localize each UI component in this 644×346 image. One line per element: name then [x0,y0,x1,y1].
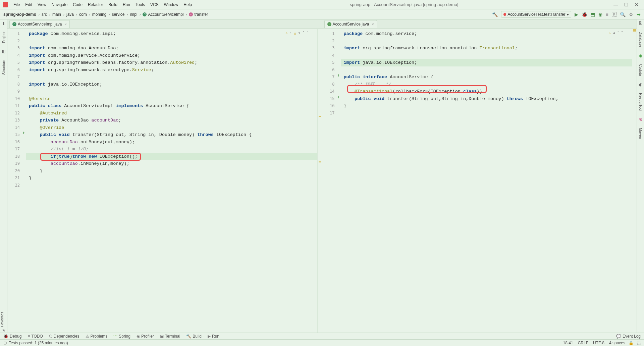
status-message: Tests passed: 1 (25 minutes ago) [9,341,68,345]
crumb-main[interactable]: main [52,12,61,17]
structure-icon[interactable]: ◧ [2,49,5,54]
menu-window[interactable]: Window [161,1,181,8]
crumb-root[interactable]: spring-aop-demo [3,12,36,17]
terminal-tool[interactable]: ▣Terminal [160,334,180,339]
menu-help[interactable]: Help [181,1,195,8]
menu-build[interactable]: Build [106,1,120,8]
right-editor-body[interactable]: 1234567814151617 ⬇ ⬇ package com.moming.… [322,29,637,333]
problems-icon: ⚠ [86,334,89,339]
profiler-tool[interactable]: ◉Profiler [137,334,154,339]
crumb-java[interactable]: java [66,12,74,17]
prev-problem-icon[interactable]: ˄ [303,31,305,35]
maven-tool[interactable]: Maven [639,128,643,139]
crumb-src[interactable]: src [42,12,47,17]
editor-area: C AccountServiceImpl.java × 123456789101… [7,19,637,333]
run-tool[interactable]: ▶Run [208,334,219,339]
line-separator[interactable]: CRLF [578,341,588,345]
close-icon[interactable]: ✕ [635,2,639,7]
debug-tool[interactable]: 🐞Debug [3,334,21,339]
build-icon: 🔨 [186,334,191,339]
window-title: spring-aop - AccountServiceImpl.java [sp… [195,2,613,7]
window-controls: — ☐ ✕ [613,2,641,7]
lock-icon[interactable]: 🔒 [629,341,634,345]
tab-account-service[interactable]: I AccountService.java × [324,20,377,28]
crumb-class[interactable]: CAccountServiceImpl [143,12,183,17]
left-tab-bar: C AccountServiceImpl.java × [7,19,322,29]
restful-icon[interactable]: ◐ [639,82,642,87]
database-tool[interactable]: Database [639,32,643,47]
maven-icon[interactable]: m [639,117,642,122]
profiler-icon: ◉ [137,334,140,339]
spring-tool[interactable]: 〰Spring [113,334,130,339]
favorites-tool[interactable]: Favorites [0,312,4,327]
right-inspections[interactable]: ⚠4 ˄ ˅ [609,31,623,35]
run-icon[interactable]: ▶ [575,12,578,17]
left-editor-body[interactable]: 12345678910111213141516171819202122 ⬆ pa… [7,29,322,333]
crumb-impl[interactable]: impl [130,12,137,17]
left-inspections[interactable]: ⚠1 △1 ˄ ˅ [285,31,308,35]
next-problem-icon[interactable]: ˅ [307,31,309,35]
impl-mark-icon[interactable]: ⬇ [336,74,340,78]
profile-icon[interactable]: ◉ [598,12,602,17]
terminal-icon: ▣ [160,334,164,339]
warn-icon: ⚠ [285,31,288,35]
maximize-icon[interactable]: ☐ [624,2,629,7]
encoding[interactable]: UTF-8 [593,341,604,345]
minimize-icon[interactable]: — [613,2,618,7]
status-icon[interactable]: ▢ [3,341,7,345]
eventlog-tool[interactable]: 💬Event Log [616,334,641,339]
close-tab-icon[interactable]: × [64,22,66,26]
left-gutter: 12345678910111213141516171819202122 ⬆ [7,29,26,333]
codota-icon[interactable]: ◉ [639,53,642,58]
structure-tool[interactable]: Structure [2,60,6,75]
next-problem-icon[interactable]: ˅ [621,31,623,35]
project-icon[interactable]: ▮ [2,21,5,26]
right-tab-bar: I AccountService.java × [322,19,637,29]
menu-view[interactable]: View [35,1,49,8]
todo-tool[interactable]: ≡TODO [28,334,43,339]
app-icon [3,2,8,7]
close-tab-icon[interactable]: × [372,22,374,26]
crumb-method[interactable]: mtransfer [189,12,208,17]
stop-icon[interactable]: ■ [606,12,608,17]
menu-navigate[interactable]: Navigate [49,1,70,8]
codota-tool[interactable]: Codota [639,64,643,76]
problems-tool[interactable]: ⚠Problems [86,334,108,339]
menu-edit[interactable]: Edit [22,1,35,8]
watermark-icon: ⬚ [637,341,641,345]
menu-vcs[interactable]: VCS [148,1,161,8]
left-scroll[interactable] [317,29,322,333]
deps-tool[interactable]: ⬡Dependencies [49,334,79,339]
translate-icon[interactable]: 🇦 [612,12,616,17]
cursor-position[interactable]: 18:41 [563,341,573,345]
menu-tools[interactable]: Tools [133,1,148,8]
search-icon[interactable]: 🔍 [620,12,626,17]
prev-problem-icon[interactable]: ˄ [617,31,619,35]
right-scroll[interactable] [632,29,637,333]
menu-run[interactable]: Run [120,1,133,8]
crumb-com[interactable]: com [79,12,87,17]
indent[interactable]: 4 spaces [609,341,625,345]
next-icon[interactable]: ➡ [637,12,641,17]
coverage-icon[interactable]: ⬒ [591,12,595,17]
build-tool[interactable]: 🔨Build [186,334,202,339]
menu-file[interactable]: File [11,1,22,8]
crumb-moming[interactable]: moming [92,12,107,17]
crumb-service[interactable]: service [112,12,124,17]
left-code[interactable]: package com.moming.service.impl; import … [26,29,317,333]
override-mark-icon[interactable]: ⬆ [21,131,25,135]
settings-icon[interactable]: ⚙ [629,12,633,17]
build-icon[interactable]: 🔨 [492,12,498,17]
menu-refactor[interactable]: Refactor [85,1,106,8]
class-icon: C [12,22,16,26]
right-code[interactable]: package com.moming.service; import org.s… [341,29,632,333]
project-tool[interactable]: Project [2,32,6,43]
menu-code[interactable]: Code [70,1,85,8]
debug-icon[interactable]: 🐞 [582,12,587,17]
restful-tool[interactable]: RestfulTool [639,93,643,111]
tab-account-service-impl[interactable]: C AccountServiceImpl.java × [9,20,70,28]
run-configuration[interactable]: AccountServiceTest.testTransfer ▾ [501,11,571,18]
database-icon[interactable]: 🗄 [639,21,643,26]
menu-bar: File Edit View Navigate Code Refactor Bu… [0,0,644,9]
impl-mark-icon-2[interactable]: ⬇ [336,96,340,100]
